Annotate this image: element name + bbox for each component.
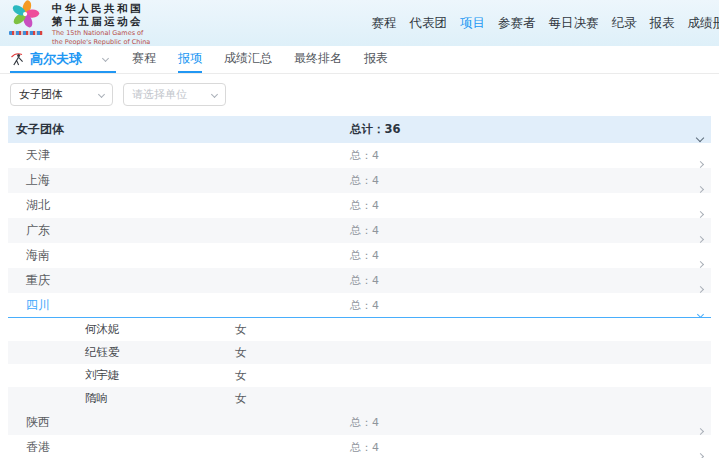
row-name: 海南 bbox=[26, 247, 50, 264]
player-row: 隋响女 bbox=[8, 387, 711, 410]
player-name: 何沐妮 bbox=[85, 322, 120, 337]
row-total: 总：4 bbox=[350, 248, 379, 263]
games-logo[interactable]: 中华人民共和国 第十五届运动会 The 15th National Games … bbox=[8, 0, 150, 46]
nav-item[interactable]: 参赛者 bbox=[498, 15, 536, 32]
table-group-header[interactable]: 女子团体 总计：36 bbox=[8, 116, 711, 143]
row-total: 总：4 bbox=[350, 298, 379, 313]
player-gender: 女 bbox=[235, 345, 247, 360]
row-name: 湖北 bbox=[26, 197, 50, 214]
games-emblem-icon bbox=[8, 0, 44, 35]
row-total: 总：4 bbox=[350, 173, 379, 188]
event-select[interactable]: 女子团体 bbox=[10, 83, 113, 106]
player-gender: 女 bbox=[235, 391, 247, 406]
nav-item[interactable]: 纪录 bbox=[612, 15, 637, 32]
player-row: 刘宇婕女 bbox=[8, 364, 711, 387]
top-header: 中华人民共和国 第十五届运动会 The 15th National Games … bbox=[0, 0, 719, 46]
row-total: 总：4 bbox=[350, 440, 379, 455]
chevron-down-icon bbox=[211, 91, 218, 98]
table-row[interactable]: 四川总：4 bbox=[8, 293, 711, 318]
nav-item[interactable]: 成绩册 bbox=[688, 15, 719, 32]
sport-bar: 高尔夫球 赛程报项成绩汇总最终排名报表 bbox=[0, 46, 719, 74]
unit-select-placeholder: 请选择单位 bbox=[132, 87, 212, 102]
chevron-down-icon bbox=[102, 55, 109, 62]
player-name: 纪钰爱 bbox=[85, 345, 120, 360]
table-row[interactable]: 海南总：4 bbox=[8, 243, 711, 268]
sport-tabs: 赛程报项成绩汇总最终排名报表 bbox=[132, 46, 388, 73]
brand-text: 中华人民共和国 第十五届运动会 The 15th National Games … bbox=[52, 0, 150, 46]
top-nav: 赛程代表团项目参赛者每日决赛纪录报表成绩册 bbox=[372, 15, 719, 32]
row-total: 总：4 bbox=[350, 415, 379, 430]
row-total: 总：4 bbox=[350, 223, 379, 238]
tab-active[interactable]: 报项 bbox=[178, 46, 202, 73]
brand-title-line2: 第十五届运动会 bbox=[52, 15, 150, 29]
table-row[interactable]: 陕西总：4 bbox=[8, 410, 711, 435]
row-total: 总：4 bbox=[350, 198, 379, 213]
group-title: 女子团体 bbox=[16, 121, 64, 138]
nav-item[interactable]: 每日决赛 bbox=[549, 15, 599, 32]
event-select-value: 女子团体 bbox=[19, 87, 99, 102]
player-name: 隋响 bbox=[85, 391, 108, 406]
tab-item[interactable]: 成绩汇总 bbox=[224, 46, 272, 73]
brand-title-line1: 中华人民共和国 bbox=[52, 2, 150, 16]
player-gender: 女 bbox=[235, 322, 247, 337]
row-name: 广东 bbox=[26, 222, 50, 239]
row-name: 陕西 bbox=[26, 414, 50, 431]
brand-subtitle-line1: The 15th National Games of bbox=[52, 29, 150, 38]
table-row[interactable]: 湖北总：4 bbox=[8, 193, 711, 218]
table-row[interactable]: 广东总：4 bbox=[8, 218, 711, 243]
games-emblem-caption bbox=[9, 31, 43, 35]
nav-item[interactable]: 赛程 bbox=[372, 15, 397, 32]
table-row[interactable]: 上海总：4 bbox=[8, 168, 711, 193]
nav-item[interactable]: 代表团 bbox=[410, 15, 448, 32]
row-total: 总：4 bbox=[350, 273, 379, 288]
group-total: 总计：36 bbox=[350, 122, 401, 137]
player-row: 纪钰爱女 bbox=[8, 341, 711, 364]
nav-item[interactable]: 报表 bbox=[650, 15, 675, 32]
chevron-down-icon bbox=[98, 91, 105, 98]
player-row: 何沐妮女 bbox=[8, 318, 711, 341]
page: 中华人民共和国 第十五届运动会 The 15th National Games … bbox=[0, 0, 719, 458]
golf-icon bbox=[10, 52, 24, 66]
tab-item[interactable]: 赛程 bbox=[132, 46, 156, 73]
row-name: 天津 bbox=[26, 147, 50, 164]
unit-select[interactable]: 请选择单位 bbox=[123, 83, 226, 106]
nav-item[interactable]: 项目 bbox=[460, 15, 485, 32]
row-name: 上海 bbox=[26, 172, 50, 189]
sport-select[interactable]: 高尔夫球 bbox=[10, 46, 116, 73]
tab-item[interactable]: 最终排名 bbox=[294, 46, 342, 73]
filter-bar: 女子团体 请选择单位 bbox=[0, 74, 719, 116]
player-gender: 女 bbox=[235, 368, 247, 383]
table-body: 天津总：4上海总：4湖北总：4广东总：4海南总：4重庆总：4四川总：4何沐妮女纪… bbox=[8, 143, 711, 458]
row-name: 四川 bbox=[26, 297, 50, 314]
row-total: 总：4 bbox=[350, 148, 379, 163]
table-row[interactable]: 天津总：4 bbox=[8, 143, 711, 168]
table-row[interactable]: 香港总：4 bbox=[8, 435, 711, 458]
table-row[interactable]: 重庆总：4 bbox=[8, 268, 711, 293]
chevron-right-icon[interactable] bbox=[698, 444, 703, 458]
row-name: 香港 bbox=[26, 439, 50, 456]
player-name: 刘宇婕 bbox=[85, 368, 120, 383]
brand-subtitle-line2: the People's Republic of China bbox=[52, 38, 150, 46]
tab-item[interactable]: 报表 bbox=[364, 46, 388, 73]
registration-table: 女子团体 总计：36 天津总：4上海总：4湖北总：4广东总：4海南总：4重庆总：… bbox=[8, 116, 711, 458]
sport-name: 高尔夫球 bbox=[30, 50, 97, 68]
row-name: 重庆 bbox=[26, 272, 50, 289]
